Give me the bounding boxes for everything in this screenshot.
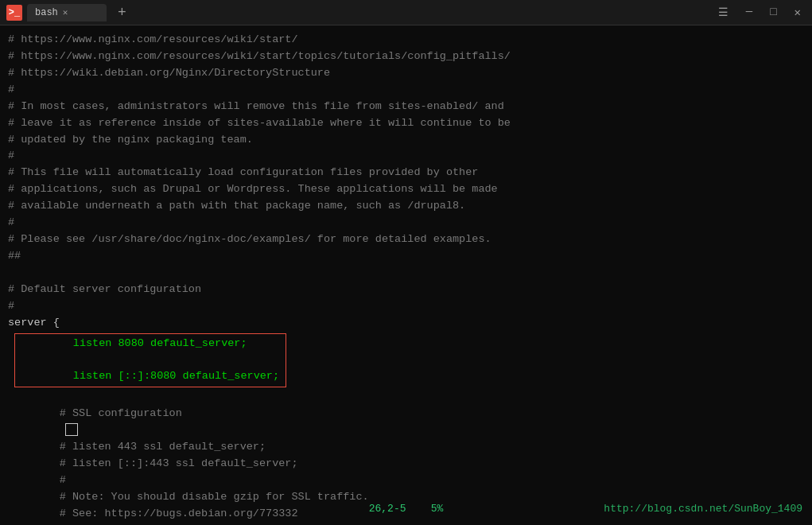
ssl-comment-1: # SSL configuration — [8, 406, 804, 422]
line-blank — [8, 389, 804, 406]
line-col: 26,2-5 — [369, 503, 406, 515]
line-server-open: server { — [8, 315, 804, 332]
line-13: # Please see /usr/share/doc/nginx-doc/ex… — [8, 231, 804, 248]
line-7: # updated by the nginx packaging team. — [8, 132, 804, 149]
line-14: ## — [8, 248, 804, 265]
line-17: # — [8, 298, 804, 315]
line-10: # applications, such as Drupal or Wordpr… — [8, 181, 804, 198]
ssl-comment-4: # listen [::]:443 ssl default_server; — [8, 456, 804, 472]
line-2: # https://www.nginx.com/resources/wiki/s… — [8, 49, 804, 65]
ssl-comment-5: # — [8, 472, 804, 489]
line-16: # Default server configuration — [8, 282, 804, 298]
tab-close-button[interactable]: ✕ — [63, 7, 68, 18]
terminal-icon: >_ — [6, 5, 22, 21]
minimize-button[interactable]: ─ — [741, 4, 757, 21]
tab-label: bash — [35, 7, 58, 18]
cursor-position: 26,2-5 5% — [369, 501, 444, 517]
watermark: http://blog.csdn.net/SunBoy_1409 — [604, 501, 802, 517]
titlebar: >_ bash ✕ + ☰ ─ □ ✕ — [0, 0, 812, 25]
line-8: # — [8, 148, 804, 165]
ssl-icon — [65, 423, 78, 436]
terminal-content: # https://www.nginx.com/resources/wiki/s… — [0, 25, 812, 525]
line-9: # This file will automatically load conf… — [8, 165, 804, 181]
line-6: # leave it as reference inside of sites-… — [8, 115, 804, 132]
line-11: # available underneath a path with that … — [8, 198, 804, 215]
line-15 — [8, 265, 804, 282]
terminal-tab[interactable]: bash ✕ — [27, 4, 107, 21]
line-3: # https://wiki.debian.org/Nginx/Director… — [8, 65, 804, 82]
new-tab-button[interactable]: + — [111, 5, 133, 21]
line-12: # — [8, 215, 804, 231]
line-5: # In most cases, administrators will rem… — [8, 99, 804, 115]
listen-line-1: listen 8080 default_server; — [21, 336, 279, 352]
line-1: # https://www.nginx.com/resources/wiki/s… — [8, 32, 804, 49]
close-button[interactable]: ✕ — [790, 4, 806, 21]
listen-line-2: listen [::]:8080 default_server; — [21, 368, 279, 385]
scroll-percent: 5% — [431, 503, 444, 515]
menu-button[interactable]: ☰ — [713, 4, 733, 21]
maximize-button[interactable]: □ — [765, 4, 781, 21]
ssl-comment-3: # listen 443 ssl default_server; — [8, 439, 804, 456]
window-controls: ☰ ─ □ ✕ — [713, 4, 806, 21]
line-4: # — [8, 82, 804, 99]
